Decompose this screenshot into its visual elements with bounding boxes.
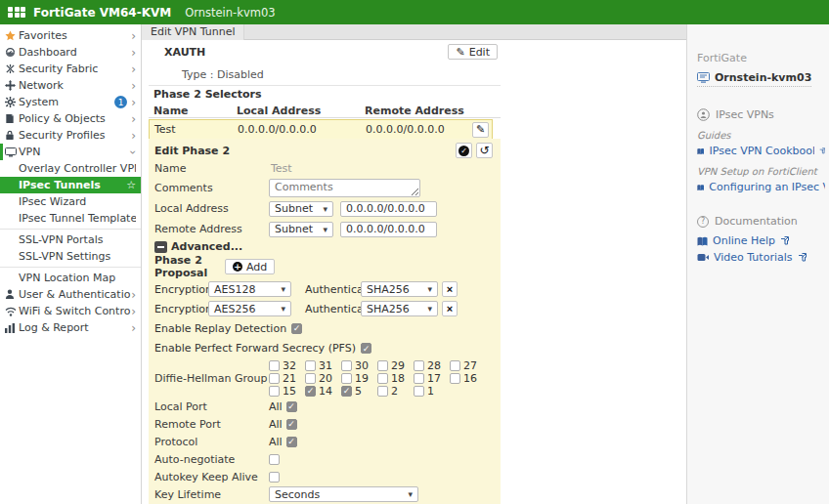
table-row[interactable]: Test 0.0.0.0/0.0.0.0 0.0.0.0/0.0.0.0 ✎ xyxy=(149,119,493,140)
dh-16-checkbox[interactable] xyxy=(450,373,460,384)
user-icon xyxy=(5,289,19,300)
sidebar-item-ipsec-tunnels[interactable]: IPsec Tunnels☆ xyxy=(0,177,141,193)
dh-14-checkbox[interactable] xyxy=(305,386,316,397)
device-name[interactable]: Ornstein-kvm03 xyxy=(697,71,811,87)
wifi-icon xyxy=(5,307,19,316)
sidebar-item-log-report[interactable]: Log & Report› xyxy=(0,319,141,336)
diffie-hellman-row: Diffie-Hellman Group 32 31 30 29 28 27 2… xyxy=(149,358,493,398)
local-address-input[interactable] xyxy=(340,201,437,217)
dh-2-checkbox[interactable] xyxy=(377,386,388,397)
dh-28-checkbox[interactable] xyxy=(414,360,424,371)
row-edit-button[interactable]: ✎ xyxy=(472,122,489,138)
chevron-right-icon: › xyxy=(131,290,136,300)
dh-20-checkbox[interactable] xyxy=(305,373,316,384)
key-lifetime-select[interactable]: Seconds▾ xyxy=(269,486,418,502)
sidebar-item-ssl-vpn-settings[interactable]: SSL-VPN Settings xyxy=(0,248,141,265)
auto-negotiate-checkbox[interactable] xyxy=(269,454,280,465)
favorite-star-icon[interactable]: ☆ xyxy=(126,179,136,191)
dh-1-checkbox[interactable] xyxy=(414,386,424,397)
dh-21-checkbox[interactable] xyxy=(269,373,280,384)
dh-19-checkbox[interactable] xyxy=(341,373,352,384)
protocol-all-checkbox[interactable] xyxy=(286,437,297,447)
section-documentation: ? Documentation xyxy=(697,215,825,228)
comments-row: Comments xyxy=(149,177,493,198)
accept-button[interactable]: ✓ xyxy=(456,143,472,158)
sidebar-item-ssl-vpn-portals[interactable]: SSL-VPN Portals xyxy=(0,231,141,248)
revert-button[interactable]: ↺ xyxy=(476,143,493,158)
sidebar-item-ipsec-tunnel-template[interactable]: IPsec Tunnel Template xyxy=(0,210,141,227)
protocol-row: Protocol All xyxy=(149,433,493,450)
sidebar-item-vpn-location-map[interactable]: VPN Location Map xyxy=(0,270,141,286)
external-link-icon xyxy=(798,253,807,262)
dh-5-checkbox[interactable] xyxy=(341,386,352,397)
chevron-right-icon: › xyxy=(131,81,136,91)
sidebar-item-policy-objects[interactable]: Policy & Objects› xyxy=(0,110,141,127)
local-port-all-checkbox[interactable] xyxy=(286,401,297,412)
sidebar-item-security-fabric[interactable]: Security Fabric› xyxy=(0,61,141,77)
main-panel: Edit VPN Tunnel XAUTH ✎Edit Type : Disab… xyxy=(142,24,686,504)
edit-vpn-tunnel-content: XAUTH ✎Edit Type : Disabled Phase 2 Sele… xyxy=(142,40,686,504)
sidebar-item-security-profiles[interactable]: Security Profiles› xyxy=(0,127,141,144)
dh-32-checkbox[interactable] xyxy=(269,360,280,371)
sidebar-item-overlay-controller-vpn[interactable]: Overlay Controller VPN xyxy=(0,160,141,177)
remove-proposal-button[interactable]: × xyxy=(442,281,458,297)
divider xyxy=(0,267,141,268)
advanced-toggle[interactable]: Advanced... xyxy=(149,239,493,254)
dh-17-checkbox[interactable] xyxy=(414,373,424,384)
link-online-help[interactable]: Online Help xyxy=(697,234,825,247)
autokey-keep-alive-checkbox[interactable] xyxy=(269,472,280,483)
pfs-checkbox[interactable] xyxy=(361,343,371,354)
authentication-select[interactable]: SHA256▾ xyxy=(361,281,438,297)
tab-bar: Edit VPN Tunnel xyxy=(142,24,686,40)
remote-port-all-checkbox[interactable] xyxy=(286,419,297,430)
xauth-edit-button[interactable]: ✎Edit xyxy=(448,44,498,60)
sidebar-item-wifi-switch-controller[interactable]: WiFi & Switch Controller› xyxy=(0,303,141,319)
edit-phase2-panel: Edit Phase 2 ✓ ↺ Name Test Comments Loca… xyxy=(149,139,501,504)
phase2-proposal-row: Phase 2 Proposal +Add xyxy=(149,254,493,279)
link-video-tutorials[interactable]: Video Tutorials xyxy=(697,251,825,264)
question-circle-icon: ? xyxy=(697,216,709,228)
proposal-row-1: Encryption AES128▾ Authentication SHA256… xyxy=(149,279,493,299)
remote-port-row: Remote Port All xyxy=(149,415,493,433)
left-nav: Favorites› Dashboard› Security Fabric› N… xyxy=(0,24,142,504)
authentication-select[interactable]: SHA256▾ xyxy=(361,301,438,316)
remove-proposal-button[interactable]: × xyxy=(442,301,458,316)
dh-18-checkbox[interactable] xyxy=(377,373,388,384)
link-configuring-ipsec[interactable]: Configuring an IPsec VPN Conne xyxy=(697,181,825,193)
chevron-right-icon: › xyxy=(131,323,136,333)
sidebar-item-network[interactable]: Network› xyxy=(0,77,141,94)
remote-address-row: Remote Address Subnet▾ xyxy=(149,219,493,239)
dh-29-checkbox[interactable] xyxy=(377,360,388,371)
comments-input[interactable] xyxy=(269,179,420,197)
add-proposal-button[interactable]: +Add xyxy=(225,259,275,274)
sidebar-item-system[interactable]: System 1 › xyxy=(0,94,141,110)
sidebar-item-vpn[interactable]: VPN› xyxy=(0,144,141,160)
dh-15-checkbox[interactable] xyxy=(269,386,280,397)
chevron-right-icon: › xyxy=(131,307,136,316)
vpn-monitor-icon xyxy=(5,147,19,157)
dh-30-checkbox[interactable] xyxy=(341,360,352,371)
replay-detection-checkbox[interactable] xyxy=(291,323,302,334)
remote-address-input[interactable] xyxy=(340,222,437,237)
dropdown-caret-icon: ▾ xyxy=(323,204,327,214)
autokey-keep-alive-row: Autokey Keep Alive xyxy=(149,468,493,485)
col-local-address: Local Address xyxy=(237,105,365,117)
pencil-icon: ✎ xyxy=(476,123,485,136)
xauth-section: XAUTH ✎Edit Type : Disabled xyxy=(149,42,501,86)
xauth-title: XAUTH xyxy=(164,44,205,59)
forticlient-label: VPN Setup on FortiClient xyxy=(697,166,825,177)
dh-31-checkbox[interactable] xyxy=(305,360,316,371)
dh-27-checkbox[interactable] xyxy=(450,360,460,371)
tab-edit-vpn-tunnel[interactable]: Edit VPN Tunnel xyxy=(142,24,244,40)
encryption-select[interactable]: AES128▾ xyxy=(208,281,291,297)
local-address-type-select[interactable]: Subnet▾ xyxy=(269,201,333,217)
sidebar-item-favorites[interactable]: Favorites› xyxy=(0,27,141,44)
sidebar-item-ipsec-wizard[interactable]: IPsec Wizard xyxy=(0,193,141,210)
encryption-select[interactable]: AES256▾ xyxy=(208,301,291,316)
local-address-row: Local Address Subnet▾ xyxy=(149,198,493,219)
link-cookbook-recipes[interactable]: IPsec VPN Cookbook Recipes xyxy=(697,145,825,157)
help-sidebar: FortiGate Ornstein-kvm03 IPsec VPNs Guid… xyxy=(686,24,829,504)
sidebar-item-dashboard[interactable]: Dashboard› xyxy=(0,44,141,61)
sidebar-item-user-authentication[interactable]: User & Authentication› xyxy=(0,286,141,303)
remote-address-type-select[interactable]: Subnet▾ xyxy=(269,222,333,237)
